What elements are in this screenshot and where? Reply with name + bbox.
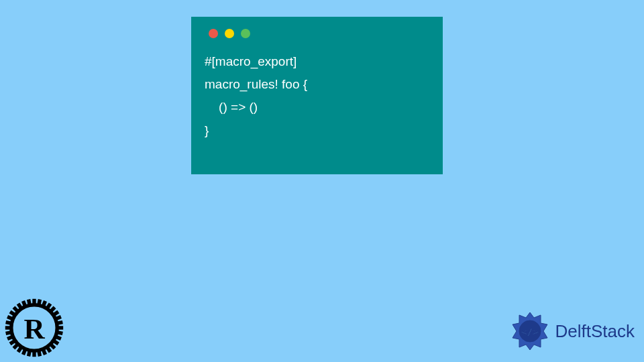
svg-rect-9 [57,326,63,329]
svg-text:</>: </> [521,326,538,337]
rust-logo-icon: R [4,298,64,358]
svg-rect-1 [32,299,36,305]
delftstack-logo: </> DelftStack [508,310,635,353]
svg-text:R: R [23,313,45,345]
code-line-1: #[macro_export] [205,54,297,68]
delftstack-brand-text: DelftStack [555,321,635,342]
delftstack-badge-icon: </> [508,310,551,353]
svg-rect-17 [32,351,36,357]
code-line-2: macro_rules! foo { [205,77,307,91]
svg-rect-25 [5,326,11,329]
window-maximize-icon [241,29,250,38]
code-line-4: } [205,123,209,137]
window-controls [205,29,429,38]
window-close-icon [209,29,218,38]
window-minimize-icon [225,29,234,38]
code-window: #[macro_export] macro_rules! foo { () =>… [191,17,443,174]
code-line-3: () => () [205,100,258,114]
code-content: #[macro_export] macro_rules! foo { () =>… [205,50,429,142]
